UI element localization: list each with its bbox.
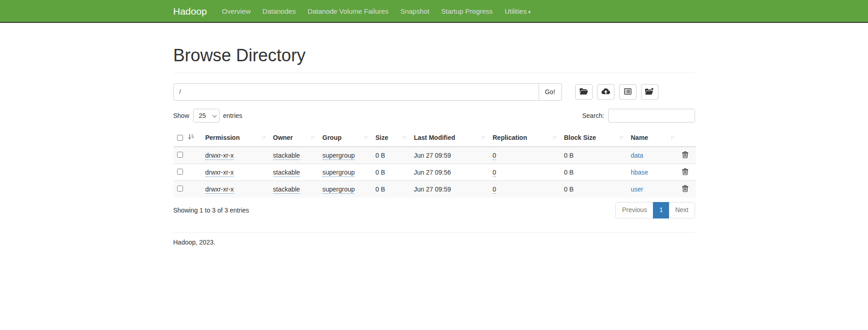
- go-button[interactable]: Go!: [539, 83, 562, 101]
- header-permission[interactable]: Permission ↓↑: [202, 129, 270, 147]
- select-all-checkbox[interactable]: [177, 135, 183, 141]
- table-row: drwxr-xr-x stackable supergroup 0 B Jun …: [173, 147, 696, 164]
- navbar-brand[interactable]: Hadoop: [173, 6, 207, 17]
- create-directory-button[interactable]: [575, 84, 593, 100]
- entries-info: Showing 1 to 3 of 3 entries: [173, 207, 249, 214]
- replication-value[interactable]: 0: [493, 186, 496, 194]
- page-size-value: 25: [199, 112, 206, 119]
- nav-item-datanode-volume-failures[interactable]: Datanode Volume Failures: [302, 0, 394, 22]
- header-group[interactable]: Group ↓↑: [319, 129, 372, 147]
- header-permission-label: Permission: [205, 134, 240, 141]
- block-size-value: 0 B: [564, 186, 574, 193]
- pagination-next[interactable]: Next: [669, 202, 695, 218]
- pagination-previous[interactable]: Previous: [615, 202, 653, 218]
- list-alt-icon: [624, 88, 631, 96]
- path-input-group: Go!: [173, 83, 562, 101]
- search-control: Search:: [582, 109, 695, 122]
- title-divider: [173, 73, 695, 73]
- table-header-row: Permission ↓↑ Owner ↓↑ Group ↓↑ Size ↓↑ …: [173, 129, 696, 147]
- chevron-down-icon: [212, 113, 216, 117]
- nav-item-snapshot[interactable]: Snapshot: [394, 0, 435, 22]
- sort-icon: ↓↑: [364, 134, 367, 140]
- sort-icon: ↓↑: [619, 134, 623, 140]
- directory-link[interactable]: user: [631, 186, 643, 193]
- delete-button[interactable]: [682, 185, 688, 193]
- paste-selection-button[interactable]: [641, 84, 658, 100]
- block-size-value: 0 B: [564, 169, 574, 176]
- owner-value[interactable]: stackable: [273, 152, 300, 160]
- header-select-all[interactable]: [173, 129, 202, 147]
- header-owner[interactable]: Owner ↓↑: [270, 129, 319, 147]
- nav-item-utilities-dropdown[interactable]: Utilities▾: [499, 0, 537, 23]
- nav-item-overview[interactable]: Overview: [216, 0, 257, 22]
- sort-icon: ↓↑: [311, 134, 314, 140]
- directory-path-input[interactable]: [173, 83, 539, 101]
- search-input[interactable]: [608, 109, 695, 122]
- group-value[interactable]: supergroup: [323, 169, 355, 177]
- table-row: drwxr-xr-x stackable supergroup 0 B Jun …: [173, 164, 696, 181]
- header-owner-label: Owner: [273, 134, 293, 141]
- page-size-select[interactable]: 25: [193, 109, 220, 122]
- permission-value[interactable]: drwxr-xr-x: [205, 169, 234, 177]
- footer-text: Hadoop, 2023.: [173, 239, 695, 264]
- replication-value[interactable]: 0: [493, 152, 496, 160]
- entries-label: entries: [223, 112, 243, 119]
- size-value: 0 B: [376, 186, 385, 193]
- main-content: Browse Directory Go!: [167, 46, 702, 264]
- cut-selection-button[interactable]: [619, 84, 636, 100]
- last-modified-value: Jun 27 09:59: [414, 186, 451, 193]
- owner-value[interactable]: stackable: [273, 186, 300, 194]
- upload-file-button[interactable]: [597, 84, 615, 100]
- header-actions: [679, 129, 696, 147]
- group-value[interactable]: supergroup: [323, 152, 355, 160]
- nav-item-datanodes[interactable]: Datanodes: [257, 0, 302, 22]
- size-value: 0 B: [376, 169, 385, 176]
- delete-button[interactable]: [682, 151, 688, 160]
- table-footer: Showing 1 to 3 of 3 entries Previous 1 N…: [173, 202, 695, 218]
- nav-item-startup-progress[interactable]: Startup Progress: [435, 0, 499, 22]
- header-block-size-label: Block Size: [564, 134, 596, 141]
- header-size-label: Size: [376, 134, 388, 141]
- header-last-modified-label: Last Modified: [414, 134, 455, 141]
- last-modified-value: Jun 27 09:56: [414, 169, 451, 176]
- owner-value[interactable]: stackable: [273, 169, 300, 177]
- replication-value[interactable]: 0: [493, 169, 496, 177]
- sort-icon: ↓↑: [261, 134, 265, 140]
- header-replication-label: Replication: [493, 134, 527, 141]
- cloud-upload-icon: [601, 88, 610, 96]
- pagination-page-1[interactable]: 1: [653, 202, 669, 218]
- delete-button[interactable]: [682, 168, 688, 176]
- directory-link[interactable]: data: [631, 152, 643, 159]
- block-size-value: 0 B: [564, 152, 574, 159]
- directory-link[interactable]: hbase: [631, 169, 648, 176]
- trash-icon: [682, 168, 688, 176]
- last-modified-value: Jun 27 09:59: [414, 152, 451, 159]
- permission-value[interactable]: drwxr-xr-x: [205, 152, 234, 160]
- page-title: Browse Directory: [173, 46, 695, 65]
- sort-asc-icon: [188, 134, 194, 141]
- sort-icon: ↓↑: [552, 134, 556, 140]
- header-name[interactable]: Name ↓↑: [627, 129, 679, 147]
- group-value[interactable]: supergroup: [323, 186, 355, 194]
- row-checkbox[interactable]: [177, 169, 183, 175]
- header-group-label: Group: [323, 134, 342, 141]
- header-replication[interactable]: Replication ↓↑: [489, 129, 561, 147]
- header-size[interactable]: Size ↓↑: [372, 129, 410, 147]
- trash-icon: [682, 151, 688, 160]
- folder-open-icon: [580, 88, 588, 96]
- path-bar: Go!: [173, 83, 695, 101]
- header-name-label: Name: [631, 134, 648, 141]
- pagination: Previous 1 Next: [615, 202, 695, 218]
- table-row: drwxr-xr-x stackable supergroup 0 B Jun …: [173, 181, 696, 198]
- header-block-size[interactable]: Block Size ↓↑: [561, 129, 627, 147]
- folder-move-icon: [645, 88, 654, 96]
- header-last-modified[interactable]: Last Modified ↓↑: [410, 129, 489, 147]
- show-entries-control: Show 25 entries: [173, 109, 243, 122]
- explorer-action-buttons: [575, 83, 658, 100]
- utilities-label: Utilities: [505, 7, 527, 15]
- permission-value[interactable]: drwxr-xr-x: [205, 186, 234, 194]
- show-label: Show: [173, 112, 189, 119]
- row-checkbox[interactable]: [177, 152, 183, 158]
- sort-icon: ↓↑: [402, 134, 406, 140]
- row-checkbox[interactable]: [177, 186, 183, 192]
